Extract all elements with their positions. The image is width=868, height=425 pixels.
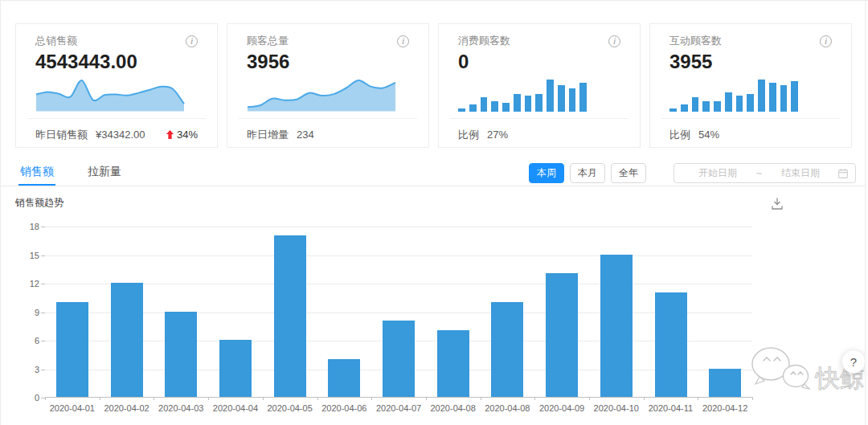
arrow-up-icon — [166, 130, 174, 139]
card-title: 互动顾客数 — [669, 34, 722, 48]
card-footer: 昨日增量 234 — [247, 119, 409, 150]
chart-bar — [600, 255, 633, 398]
spark-bar — [714, 101, 721, 112]
chart-bar — [219, 340, 252, 397]
chart-bar — [546, 273, 578, 397]
tab-sales[interactable]: 销售额 — [18, 160, 55, 186]
info-icon[interactable]: i — [186, 35, 198, 47]
help-button[interactable]: ? — [841, 349, 866, 374]
x-axis-tick — [426, 397, 427, 400]
info-icon[interactable]: i — [608, 35, 620, 47]
period-this-week-button[interactable]: 本周 — [529, 163, 564, 183]
x-axis-label: 2020-04-12 — [698, 403, 752, 413]
stat-card-total-customers: 顾客总量 i 3956 昨日增量 234 — [227, 23, 429, 148]
x-axis-tick — [371, 397, 372, 400]
info-icon[interactable]: i — [820, 35, 832, 47]
scrollbar-track[interactable] — [865, 1, 868, 425]
x-axis-label: 2020-04-07 — [371, 403, 426, 413]
end-date-input[interactable]: 结束日期 — [764, 166, 837, 180]
spark-bar — [458, 108, 465, 112]
download-icon[interactable] — [769, 195, 785, 211]
spark-bar — [725, 92, 732, 112]
card-footer: 比例 27% — [458, 119, 620, 150]
y-axis-label: 18 — [1, 222, 39, 231]
footer-value: 54% — [698, 129, 719, 141]
x-axis-tick — [45, 397, 46, 400]
grid-line — [45, 255, 752, 256]
grid-line — [45, 313, 752, 313]
x-axis-tick — [481, 397, 481, 400]
y-axis-labels: 0369121518 — [1, 227, 39, 398]
tab-new-customers[interactable]: 拉新量 — [86, 160, 123, 186]
chart-bar — [111, 283, 143, 397]
card-value: 3956 — [247, 51, 409, 73]
y-axis-label: 0 — [1, 393, 39, 403]
card-header: 互动顾客数 i — [669, 34, 832, 48]
footer-label: 比例 — [669, 128, 690, 142]
delta-value: 34% — [177, 129, 198, 141]
card-value: 4543443.00 — [35, 51, 198, 73]
start-date-input[interactable]: 开始日期 — [681, 166, 755, 180]
spark-bar — [780, 85, 788, 112]
y-axis-label: 6 — [1, 336, 39, 345]
spark-bar — [579, 83, 587, 112]
card-header: 消费顾客数 i — [458, 34, 620, 48]
footer-value: 27% — [487, 129, 508, 141]
spark-bar — [502, 103, 510, 112]
spark-bar — [491, 101, 498, 112]
y-axis-tick — [41, 284, 45, 284]
sparkline-svg — [247, 78, 396, 112]
dashboard-page: 总销售额 i 4543443.00 昨日销售额 ¥34342.00 34% 顾客… — [0, 0, 868, 425]
chart-bar — [56, 302, 88, 397]
spark-bar — [547, 80, 554, 112]
x-axis-label: 2020-04-06 — [317, 403, 372, 413]
spark-bar — [669, 108, 677, 112]
sparkline-area-chart — [247, 78, 396, 112]
y-axis-label: 12 — [1, 279, 39, 288]
x-axis-labels: 2020-04-012020-04-022020-04-032020-04-04… — [45, 403, 752, 415]
spark-bar — [558, 85, 565, 112]
footer-label: 比例 — [458, 128, 479, 142]
y-axis-label: 9 — [1, 308, 39, 317]
x-axis-label: 2020-04-04 — [208, 403, 263, 413]
x-axis-tick — [154, 397, 154, 400]
chart-bar — [437, 330, 469, 397]
chart-bar — [383, 321, 415, 397]
spark-bar — [525, 96, 532, 112]
info-icon[interactable]: i — [397, 35, 409, 47]
card-title: 总销售额 — [35, 34, 77, 48]
card-value: 3955 — [669, 51, 832, 73]
date-range-separator: ~ — [755, 168, 764, 179]
chart-bar — [709, 369, 741, 398]
period-this-month-button[interactable]: 本月 — [570, 163, 605, 183]
x-axis-label: 2020-04-08 — [481, 403, 535, 413]
bar-chart-plot — [45, 227, 752, 398]
footer-label: 昨日销售额 — [35, 128, 88, 142]
calendar-icon — [837, 168, 849, 179]
period-button-group: 本周 本月 全年 — [529, 163, 646, 183]
x-axis-label: 2020-04-11 — [644, 403, 698, 413]
spark-bar — [736, 96, 743, 112]
x-axis-label: 2020-04-02 — [100, 403, 154, 413]
chart-bar — [328, 359, 360, 397]
y-axis-tick — [41, 227, 45, 227]
spark-bar — [747, 94, 754, 112]
card-title: 消费顾客数 — [458, 34, 510, 48]
card-title: 顾客总量 — [247, 34, 289, 48]
stat-cards-row: 总销售额 i 4543443.00 昨日销售额 ¥34342.00 34% 顾客… — [15, 23, 852, 148]
x-axis-label: 2020-04-01 — [45, 403, 100, 413]
footer-value: 234 — [297, 129, 314, 141]
y-axis-tick — [41, 370, 45, 370]
x-axis-tick — [644, 397, 645, 400]
card-footer: 昨日销售额 ¥34342.00 34% — [35, 119, 198, 150]
x-axis-tick — [752, 397, 753, 400]
spark-bar — [514, 94, 521, 112]
date-range-picker[interactable]: 开始日期 ~ 结束日期 — [674, 163, 856, 183]
card-header: 总销售额 i — [35, 34, 198, 48]
y-axis-label: 15 — [1, 251, 39, 260]
period-full-year-button[interactable]: 全年 — [611, 163, 646, 183]
sparkline-svg — [35, 78, 185, 112]
spark-bar — [758, 80, 765, 112]
spark-bar — [481, 97, 488, 112]
card-value: 0 — [458, 51, 620, 73]
